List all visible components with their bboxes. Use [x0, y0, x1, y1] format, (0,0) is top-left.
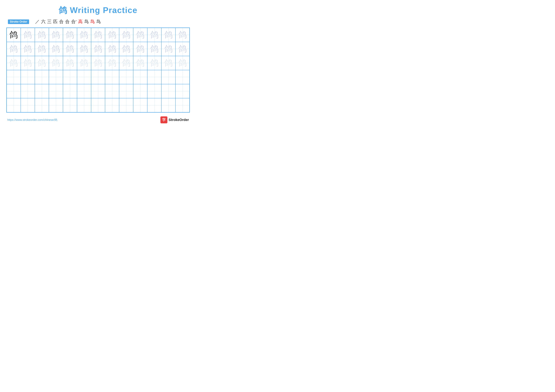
cell-character: 鸽: [9, 29, 18, 40]
cell-character: 鸽: [52, 57, 60, 68]
grid-cell[interactable]: 鸽: [63, 28, 77, 42]
grid-cell[interactable]: [161, 98, 175, 112]
grid-cell[interactable]: [35, 84, 49, 98]
grid-cell[interactable]: 鸽: [21, 56, 35, 70]
grid-cell[interactable]: [105, 98, 119, 112]
cell-character: 鸽: [94, 29, 102, 40]
grid-cell[interactable]: 鸽: [77, 42, 91, 56]
grid-cell[interactable]: [35, 70, 49, 84]
grid-cell[interactable]: [175, 70, 190, 84]
grid-cell[interactable]: [119, 98, 133, 112]
grid-cell[interactable]: [49, 84, 63, 98]
cell-character: 鸽: [24, 57, 32, 68]
grid-cell[interactable]: 鸽: [133, 28, 147, 42]
grid-cell[interactable]: 鸽: [77, 28, 91, 42]
grid-cell[interactable]: 鸽: [105, 42, 119, 56]
grid-cell[interactable]: 鸽: [119, 56, 133, 70]
grid-cell[interactable]: 鸽: [175, 28, 190, 42]
grid-cell[interactable]: 鸽: [63, 42, 77, 56]
cell-character: 鸽: [66, 43, 74, 54]
cell-character: 鸽: [136, 29, 145, 40]
grid-cell[interactable]: [105, 70, 119, 84]
grid-cell[interactable]: 鸽: [161, 56, 175, 70]
grid-cell[interactable]: [7, 98, 21, 112]
grid-cell[interactable]: [133, 84, 147, 98]
grid-cell[interactable]: 鸽: [175, 42, 190, 56]
grid-cell[interactable]: [35, 98, 49, 112]
grid-cell[interactable]: 鸽: [147, 42, 161, 56]
grid-cell[interactable]: [91, 98, 105, 112]
grid-cell[interactable]: [7, 84, 21, 98]
grid-cell[interactable]: [91, 84, 105, 98]
grid-cell[interactable]: 鸽: [175, 56, 190, 70]
grid-cell[interactable]: 鸽: [133, 42, 147, 56]
grid-cell[interactable]: 鸽: [49, 42, 63, 56]
grid-cell[interactable]: 鸽: [161, 28, 175, 42]
grid-cell[interactable]: 鸽: [119, 28, 133, 42]
grid-cell[interactable]: [147, 84, 161, 98]
grid-cell[interactable]: [175, 98, 190, 112]
grid-row: [7, 70, 190, 84]
grid-cell[interactable]: [105, 84, 119, 98]
grid-cell[interactable]: 鸽: [21, 28, 35, 42]
grid-cell[interactable]: 鸽: [21, 42, 35, 56]
grid-cell[interactable]: [147, 70, 161, 84]
grid-cell[interactable]: 鸽: [91, 28, 105, 42]
grid-cell[interactable]: [63, 98, 77, 112]
grid-cell[interactable]: [161, 84, 175, 98]
grid-cell[interactable]: 鸽: [105, 56, 119, 70]
grid-cell[interactable]: 鸽: [91, 56, 105, 70]
footer-url[interactable]: https://www.strokeorder.com/chinese/鸽: [7, 118, 57, 122]
cell-character: 鸽: [38, 43, 46, 54]
grid-cell[interactable]: [119, 84, 133, 98]
grid-cell[interactable]: [175, 84, 190, 98]
grid-cell[interactable]: [7, 70, 21, 84]
grid-cell[interactable]: 鸽: [49, 56, 63, 70]
grid-cell[interactable]: 鸽: [7, 56, 21, 70]
cell-character: 鸽: [122, 57, 130, 68]
cell-character: 鸽: [122, 43, 130, 54]
cell-character: 鸽: [150, 57, 159, 68]
grid-cell[interactable]: 鸽: [7, 28, 21, 42]
grid-cell[interactable]: [133, 98, 147, 112]
grid-cell[interactable]: [77, 70, 91, 84]
cell-character: 鸽: [122, 29, 130, 40]
grid-cell[interactable]: [147, 98, 161, 112]
grid-cell[interactable]: 鸽: [63, 56, 77, 70]
stroke-step-11: 鸟: [96, 19, 101, 25]
grid-cell[interactable]: 鸽: [119, 42, 133, 56]
grid-cell[interactable]: [49, 70, 63, 84]
grid-row: 鸽鸽鸽鸽鸽鸽鸽鸽鸽鸽鸽鸽鸽: [7, 28, 190, 42]
grid-cell[interactable]: [63, 70, 77, 84]
grid-cell[interactable]: [77, 98, 91, 112]
cell-character: 鸽: [108, 43, 116, 54]
grid-cell[interactable]: [91, 70, 105, 84]
grid-cell[interactable]: 鸽: [161, 42, 175, 56]
cell-character: 鸽: [24, 29, 32, 40]
grid-cell[interactable]: 鸽: [105, 28, 119, 42]
grid-cell[interactable]: 鸽: [7, 42, 21, 56]
grid-cell[interactable]: [49, 98, 63, 112]
grid-cell[interactable]: 鸽: [147, 28, 161, 42]
cell-character: 鸽: [150, 43, 159, 54]
grid-cell[interactable]: 鸽: [35, 42, 49, 56]
grid-cell[interactable]: 鸽: [147, 56, 161, 70]
grid-cell[interactable]: [77, 84, 91, 98]
title-rest: Writing Practice: [67, 6, 137, 15]
grid-cell[interactable]: [63, 84, 77, 98]
grid-cell[interactable]: [21, 70, 35, 84]
grid-cell[interactable]: 鸽: [49, 28, 63, 42]
grid-cell[interactable]: 鸽: [35, 28, 49, 42]
grid-cell[interactable]: [133, 70, 147, 84]
grid-cell[interactable]: 鸽: [35, 56, 49, 70]
grid-cell[interactable]: [161, 70, 175, 84]
stroke-step-9: 鸟: [84, 19, 89, 25]
grid-cell[interactable]: 鸽: [77, 56, 91, 70]
grid-cell[interactable]: [21, 98, 35, 112]
grid-cell[interactable]: [119, 70, 133, 84]
page-title: 鸽 Writing Practice: [6, 5, 190, 16]
grid-cell[interactable]: 鸽: [91, 42, 105, 56]
cell-character: 鸽: [108, 57, 116, 68]
grid-cell[interactable]: 鸽: [133, 56, 147, 70]
grid-cell[interactable]: [21, 84, 35, 98]
